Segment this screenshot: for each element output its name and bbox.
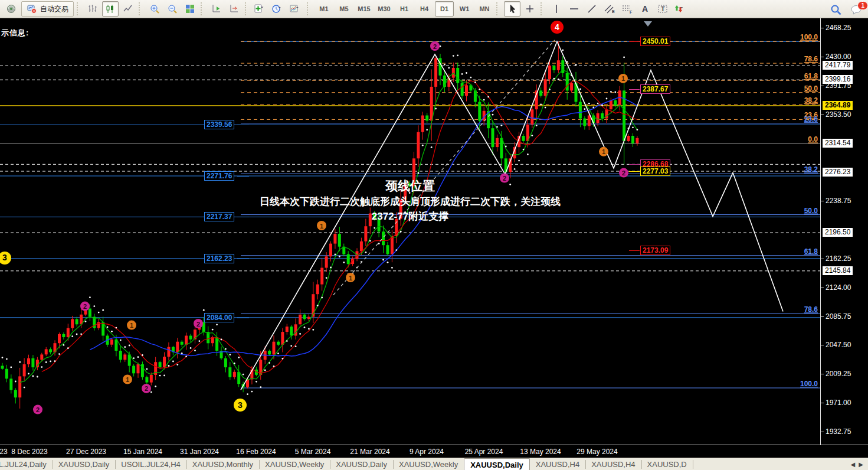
periods-button[interactable] — [270, 1, 287, 17]
fib-level-label: 61.8 — [804, 72, 818, 80]
auto-trading-label: 自动交易 — [40, 4, 68, 14]
svg-text:T: T — [661, 5, 665, 12]
fib-level-label: 78.6 — [804, 55, 818, 63]
date-tick-label: 15 Jan 2024 — [123, 448, 162, 456]
fib-level-label: 61.8 — [804, 247, 818, 256]
date-tick-label: 21 Mar 2024 — [350, 448, 389, 456]
horizontal-line-tool-button[interactable] — [566, 1, 582, 17]
toolbar-separator — [541, 2, 546, 15]
price-axis[interactable]: 2468.252430.002391.752353.502238.752162.… — [820, 18, 868, 445]
trendline-tool-button[interactable] — [584, 1, 600, 17]
notifications-button[interactable]: 1 — [850, 4, 863, 15]
svg-text:2: 2 — [433, 43, 437, 50]
text-tool-button[interactable]: A — [637, 1, 653, 17]
svg-text:1: 1 — [320, 223, 323, 230]
price-tick-label: 2047.50 — [826, 341, 851, 349]
svg-text:2: 2 — [503, 175, 506, 182]
zoom-out-button[interactable] — [164, 1, 181, 17]
arrows-tool-button[interactable] — [672, 1, 689, 17]
indicators-button[interactable] — [253, 1, 269, 17]
fib-level-label: 50.0 — [804, 207, 818, 215]
chart-tab-xauusd-h4[interactable]: XAUUSD,H4 — [585, 458, 641, 470]
toolbar-separator — [245, 2, 250, 15]
fib-level-label: 0.0 — [808, 135, 818, 143]
bar-chart-button[interactable] — [84, 1, 101, 17]
price-tick-label: 2162.25 — [826, 254, 851, 263]
time-axis[interactable]: 238 Dec 202327 Dec 202315 Jan 202431 Jan… — [0, 445, 868, 458]
date-tick-label: 8 Dec 2023 — [11, 448, 47, 456]
timeframe-button-M1[interactable]: M1 — [315, 1, 333, 17]
fibonacci-tool-button[interactable]: F — [619, 1, 636, 17]
chart-shift-button[interactable] — [226, 1, 243, 17]
price-tick-label: 1932.75 — [826, 427, 851, 436]
fib-level-label: 38.2 — [804, 96, 818, 105]
svg-text:2: 2 — [83, 303, 87, 310]
chart-tab-usoil-jul24-h4[interactable]: USOIL.JUL24,H4 — [115, 458, 186, 470]
indicator-price-box: 2399.16 — [823, 75, 853, 84]
svg-text:1: 1 — [621, 75, 625, 82]
tabs-scroll-left-button[interactable]: ◀ — [851, 461, 856, 468]
fib-labels-layer: 100.078.661.850.038.223.60.023.638.250.0… — [800, 33, 818, 388]
price-chart[interactable]: 100.078.661.850.038.223.60.023.638.250.0… — [0, 18, 820, 445]
date-tick-label: 27 Dec 2023 — [66, 448, 106, 456]
timeframe-button-M30[interactable]: M30 — [375, 1, 394, 17]
timeframe-button-M15[interactable]: M15 — [355, 1, 374, 17]
price-tick-label: 2124.00 — [826, 283, 851, 292]
date-tick-label: 5 Mar 2024 — [295, 448, 331, 456]
date-tick-label: 25 Apr 2024 — [465, 448, 503, 456]
vertical-line-tool-button[interactable] — [548, 1, 565, 17]
current-price-box: 2364.89 — [823, 101, 853, 110]
fib-level-label: 50.0 — [804, 84, 818, 93]
timeframe-button-W1[interactable]: W1 — [455, 1, 474, 17]
chart-tab-xauusd-daily[interactable]: XAUUSD,Daily — [464, 458, 530, 470]
chart-area[interactable]: 100.078.661.850.038.223.60.023.638.250.0… — [0, 18, 820, 445]
timeframe-button-MN[interactable]: MN — [475, 1, 494, 17]
svg-text:2: 2 — [622, 169, 625, 177]
chart-tab-xauusd-monthly[interactable]: XAUUSD,Monthly — [186, 458, 259, 470]
svg-text:1: 1 — [126, 376, 129, 383]
crosshair-tool-button[interactable] — [522, 1, 538, 17]
svg-text:2: 2 — [196, 321, 200, 328]
chart-tab-xauusd-weekly[interactable]: XAUUSD,Weekly — [393, 458, 464, 470]
timeframe-button-M5[interactable]: M5 — [335, 1, 353, 17]
date-tick-label: 31 Jan 2024 — [180, 448, 219, 456]
connection-status-icon[interactable] — [3, 1, 19, 17]
price-tick-label: 2353.50 — [826, 110, 851, 119]
timeframe-button-H1[interactable]: H1 — [395, 1, 414, 17]
chart-tab-xauusd-h4[interactable]: XAUUSD,H4 — [530, 458, 585, 470]
ma-fast-line — [20, 70, 637, 382]
zoom-in-button[interactable] — [146, 1, 163, 17]
auto-scroll-button[interactable] — [208, 1, 225, 17]
equidistant-channel-tool-button[interactable]: E — [601, 1, 618, 17]
svg-text:1: 1 — [602, 148, 605, 155]
templates-button[interactable] — [288, 1, 304, 17]
horizontal-lines-layer — [0, 41, 820, 388]
chart-tab-xauusd-weekly[interactable]: XAUUSD,Weekly — [259, 458, 330, 470]
price-tick-label: 2430.00 — [826, 53, 851, 61]
chart-tab-oil-jul24-daily[interactable]: OIL.JUL24,Daily — [0, 458, 53, 470]
svg-text:E: E — [612, 9, 615, 14]
chart-shift-marker[interactable] — [644, 21, 652, 27]
timeframe-button-D1[interactable]: D1 — [435, 1, 454, 17]
toolbar-separator — [496, 2, 502, 15]
chart-tab-xauusd-daily[interactable]: XAUUSD,Daily — [53, 458, 116, 470]
svg-text:1: 1 — [130, 322, 133, 329]
candlestick-chart-button[interactable] — [102, 1, 119, 17]
text-label-tool-button[interactable]: T — [654, 1, 671, 17]
line-chart-button[interactable] — [120, 1, 136, 17]
svg-text:2: 2 — [36, 406, 40, 413]
chart-tab-xauusd-d[interactable]: XAUUSD,D — [641, 458, 693, 470]
search-icon[interactable] — [830, 4, 842, 15]
main-toolbar: 自动交易 M1M5M15M30H1H4D1W1MN E F A T 1 — [0, 0, 868, 18]
fib-level-label: 78.6 — [804, 305, 818, 314]
indicator-price-box: 2196.50 — [823, 228, 853, 237]
svg-text:A: A — [642, 4, 648, 14]
date-tick-label: 29 May 2024 — [577, 448, 617, 456]
tile-windows-button[interactable] — [182, 1, 198, 17]
auto-trading-button[interactable]: 自动交易 — [21, 1, 74, 17]
chart-tab-xauusd-daily[interactable]: XAUUSD,Daily — [330, 458, 393, 470]
timeframe-button-H4[interactable]: H4 — [415, 1, 434, 17]
cursor-tool-button[interactable] — [504, 1, 520, 17]
tabs-scroll-right-button[interactable]: ▶ — [859, 461, 863, 468]
fib-level-label: 38.2 — [804, 165, 818, 174]
